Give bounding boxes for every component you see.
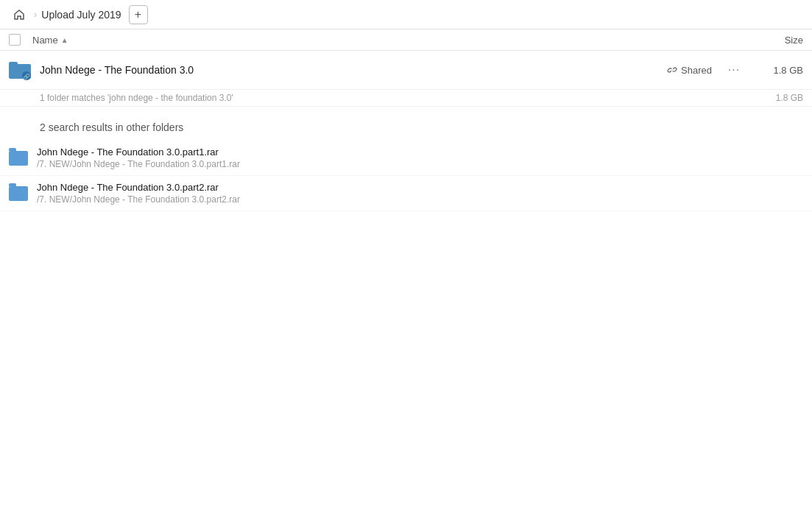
other-results-header: 2 search results in other folders bbox=[0, 107, 812, 141]
other-result-path-2: /7. NEW/John Ndege - The Foundation 3.0.… bbox=[37, 194, 803, 205]
main-result-name[interactable]: John Ndege - The Foundation 3.0 bbox=[40, 64, 667, 76]
breadcrumb-separator: › bbox=[34, 9, 37, 20]
main-result-size: 1.8 GB bbox=[744, 65, 803, 76]
folder-match-size: 1.8 GB bbox=[744, 93, 803, 103]
other-result-row-2[interactable]: John Ndege - The Foundation 3.0.part2.ra… bbox=[0, 176, 812, 211]
folder-link-icon: 🔗 bbox=[9, 58, 32, 82]
size-column-header[interactable]: Size bbox=[744, 35, 803, 46]
folder-match-text: 1 folder matches 'john ndege - the found… bbox=[40, 93, 233, 103]
home-button[interactable] bbox=[9, 4, 29, 25]
sort-arrow-icon: ▲ bbox=[61, 36, 68, 44]
shared-badge: Shared bbox=[667, 65, 712, 76]
folder-match-label: 1 folder matches 'john ndege - the found… bbox=[0, 90, 812, 107]
other-result-name-1: John Ndege - The Foundation 3.0.part1.ra… bbox=[37, 146, 803, 158]
breadcrumb-title: Upload July 2019 bbox=[41, 9, 121, 21]
file-icon-2 bbox=[9, 186, 28, 201]
file-icon-1 bbox=[9, 151, 28, 166]
column-header: Name ▲ Size bbox=[0, 29, 812, 51]
top-bar: › Upload July 2019 + bbox=[0, 0, 812, 29]
svg-text:🔗: 🔗 bbox=[23, 73, 30, 80]
name-column-header[interactable]: Name ▲ bbox=[32, 35, 744, 46]
link-icon bbox=[667, 65, 677, 75]
add-button[interactable]: + bbox=[129, 5, 148, 24]
other-result-path-1: /7. NEW/John Ndege - The Foundation 3.0.… bbox=[37, 159, 803, 169]
other-result-content-1: John Ndege - The Foundation 3.0.part1.ra… bbox=[37, 146, 803, 169]
svg-rect-1 bbox=[9, 62, 18, 66]
main-result-row[interactable]: 🔗 John Ndege - The Foundation 3.0 Shared… bbox=[0, 51, 812, 90]
other-result-content-2: John Ndege - The Foundation 3.0.part2.ra… bbox=[37, 182, 803, 205]
shared-label: Shared bbox=[681, 65, 712, 76]
more-options-button[interactable]: ··· bbox=[724, 60, 744, 80]
other-result-row-1[interactable]: John Ndege - The Foundation 3.0.part1.ra… bbox=[0, 141, 812, 176]
other-result-name-2: John Ndege - The Foundation 3.0.part2.ra… bbox=[37, 182, 803, 193]
header-checkbox[interactable] bbox=[9, 34, 27, 46]
